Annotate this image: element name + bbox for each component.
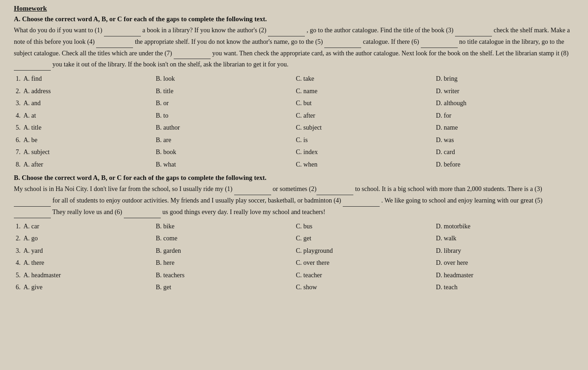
answer-option: D. before	[434, 159, 574, 171]
answer-option: D. writer	[434, 86, 574, 97]
answer-option: D. over here	[434, 257, 574, 269]
answer-option: C. take	[294, 73, 434, 85]
answer-option: 6. A. give	[14, 282, 154, 293]
answer-option: C. bus	[294, 221, 434, 233]
section-a-paragraph: What do you do if you want to (1) a book…	[14, 25, 574, 71]
answer-option: 4. A. at	[14, 110, 154, 122]
answer-option: B. look	[154, 73, 294, 85]
answer-option: D. for	[434, 110, 574, 122]
answer-option: C. show	[294, 282, 434, 293]
section-b-title: B. Choose the correct word A, B, or C fo…	[14, 174, 574, 182]
answer-option: 8. A. after	[14, 159, 154, 171]
answer-option: 3. A. and	[14, 98, 154, 109]
answers-a-grid: 1. A. findB. lookC. takeD. bring2. A. ad…	[14, 73, 574, 170]
answer-option: B. garden	[154, 245, 294, 257]
answer-option: D. teach	[434, 282, 574, 293]
answer-option: D. headmaster	[434, 270, 574, 281]
answer-option: B. come	[154, 233, 294, 245]
answer-option: B. to	[154, 110, 294, 122]
answer-option: 7. A. subject	[14, 147, 154, 158]
answer-option: 5. A. title	[14, 122, 154, 134]
answer-option: B. or	[154, 98, 294, 109]
answer-option: B. what	[154, 159, 294, 171]
answer-option: 1. A. find	[14, 73, 154, 85]
answer-option: D. name	[434, 122, 574, 134]
answer-option: 1. A. car	[14, 221, 154, 233]
answer-option: D. although	[434, 98, 574, 109]
answer-option: B. are	[154, 135, 294, 146]
section-b-paragraph: My school is in Ha Noi City. I don't liv…	[14, 184, 574, 218]
answer-option: C. playground	[294, 245, 434, 257]
answer-option: C. but	[294, 98, 434, 109]
answer-option: C. when	[294, 159, 434, 171]
answer-option: B. get	[154, 282, 294, 293]
homework-title: Homework	[14, 5, 574, 12]
answer-option: B. book	[154, 147, 294, 158]
answer-option: C. name	[294, 86, 434, 97]
answer-option: D. bring	[434, 73, 574, 85]
answer-option: C. index	[294, 147, 434, 158]
answer-option: 2. A. go	[14, 233, 154, 245]
answer-option: D. library	[434, 245, 574, 257]
answer-option: 5. A. headmaster	[14, 270, 154, 281]
answer-option: 3. A. yard	[14, 245, 154, 257]
answer-option: B. title	[154, 86, 294, 97]
answers-b-grid: 1. A. carB. bikeC. busD. motorbike2. A. …	[14, 221, 574, 293]
answer-option: B. bike	[154, 221, 294, 233]
answer-option: C. is	[294, 135, 434, 146]
answer-option: B. here	[154, 257, 294, 269]
answer-option: B. author	[154, 122, 294, 134]
section-a-title: A. Choose the correct word A, B, or C fo…	[14, 15, 574, 23]
answer-option: D. walk	[434, 233, 574, 245]
answer-option: C. get	[294, 233, 434, 245]
answer-option: C. over there	[294, 257, 434, 269]
answer-option: 2. A. address	[14, 86, 154, 97]
answer-option: C. subject	[294, 122, 434, 134]
answer-option: 4. A. there	[14, 257, 154, 269]
answer-option: B. teachers	[154, 270, 294, 281]
answer-option: C. after	[294, 110, 434, 122]
answer-option: C. teacher	[294, 270, 434, 281]
answer-option: D. motorbike	[434, 221, 574, 233]
answer-option: 6. A. be	[14, 135, 154, 146]
answer-option: D. card	[434, 147, 574, 158]
answer-option: D. was	[434, 135, 574, 146]
